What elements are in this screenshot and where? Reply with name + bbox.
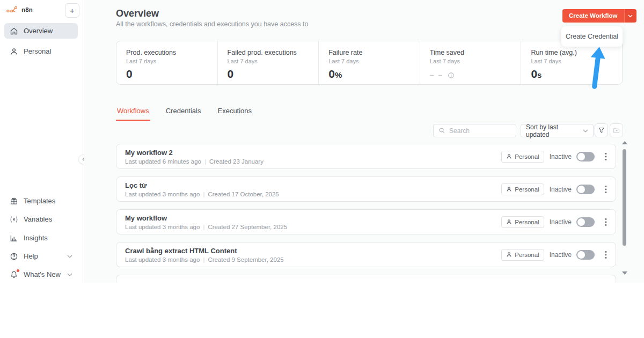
create-credential-menu-item[interactable]: Create Credential <box>566 33 618 40</box>
workflow-meta: Last updated 3 months ago|Created 27 Sep… <box>125 224 287 230</box>
workflow-meta: Last updated 6 minutes ago|Created 23 Ja… <box>125 158 264 165</box>
workflow-card[interactable]: Crawl bằng extract HTML Content Last upd… <box>116 242 616 267</box>
create-workflow-caret-button[interactable] <box>624 9 636 23</box>
add-folder-button[interactable] <box>610 123 623 137</box>
sidebar-item-variables[interactable]: Variables <box>4 211 78 227</box>
owner-label: Personal <box>515 153 539 160</box>
workflow-name: My workflow <box>125 214 287 222</box>
workflow-card[interactable]: Lọc từ Last updated 3 months ago|Created… <box>116 177 616 202</box>
create-menu-dropdown: Create Credential <box>561 26 623 47</box>
sidebar-item-insights[interactable]: Insights <box>4 230 78 246</box>
workflow-meta: Last updated 3 months ago|Created 17 Oct… <box>125 191 279 197</box>
chevron-down-icon <box>583 129 588 133</box>
workflow-card-partial[interactable] <box>116 275 616 283</box>
workflow-actions: Personal Inactive <box>501 249 607 261</box>
scrollbar-up-arrow[interactable] <box>622 141 627 144</box>
chevron-down-icon <box>628 14 633 18</box>
owner-label: Personal <box>515 219 539 225</box>
add-workflow-button[interactable]: + <box>65 3 79 18</box>
owner-label: Personal <box>515 252 539 258</box>
info-icon[interactable] <box>448 72 455 79</box>
status-label: Inactive <box>550 251 572 259</box>
chevron-down-icon <box>67 273 72 276</box>
stat-value: 0 <box>126 68 208 80</box>
variables-icon <box>10 215 18 224</box>
stat-title: Prod. executions <box>126 49 208 56</box>
sidebar-item-label: Help <box>24 252 38 260</box>
main-content: Overview All the workflows, credentials … <box>84 0 644 283</box>
sort-label: Sort by last updated <box>526 123 583 138</box>
workflow-info: Lọc từ Last updated 3 months ago|Created… <box>125 181 279 197</box>
owner-label: Personal <box>515 186 539 193</box>
stats-panel: Prod. executions Last 7 days 0 Failed pr… <box>116 41 623 85</box>
owner-badge: Personal <box>501 216 544 228</box>
kebab-icon <box>605 152 607 161</box>
page-subtitle: All the workflows, credentials and execu… <box>116 20 309 28</box>
workflow-menu-button[interactable] <box>605 251 607 259</box>
active-toggle[interactable] <box>576 217 595 227</box>
sidebar-item-label: Overview <box>24 27 53 35</box>
workflow-card[interactable]: My workflow 2 Last updated 6 minutes ago… <box>116 144 616 169</box>
create-workflow-button[interactable]: Create Workflow <box>562 9 624 23</box>
stat-value: – – <box>430 71 511 79</box>
sidebar-item-overview[interactable]: Overview <box>4 23 78 39</box>
status-label: Inactive <box>550 186 572 193</box>
user-icon <box>506 252 512 258</box>
sidebar-item-label: Templates <box>24 197 55 205</box>
workflow-card[interactable]: My workflow Last updated 3 months ago|Cr… <box>116 209 616 234</box>
status-label: Inactive <box>550 153 572 160</box>
stat-title: Failed prod. executions <box>228 49 309 56</box>
brand-name: n8n <box>21 6 33 13</box>
templates-icon <box>10 197 18 205</box>
workflow-actions: Personal Inactive <box>501 183 607 195</box>
sort-dropdown[interactable]: Sort by last updated <box>521 124 594 137</box>
annotation-arrow-up <box>585 45 609 90</box>
stat-period: Last 7 days <box>126 58 208 64</box>
home-icon <box>10 27 18 35</box>
create-workflow-split-button: Create Workflow <box>562 9 636 23</box>
stat-period: Last 7 days <box>430 58 511 64</box>
kebab-icon <box>605 251 607 259</box>
search-box <box>433 124 516 137</box>
toggle-knob <box>577 251 585 259</box>
owner-badge: Personal <box>501 151 544 163</box>
stat-prod-executions: Prod. executions Last 7 days 0 <box>116 41 217 84</box>
n8n-logo-icon <box>6 5 18 14</box>
filter-button[interactable] <box>595 123 608 137</box>
help-icon <box>10 252 18 261</box>
active-toggle[interactable] <box>576 185 595 194</box>
sidebar-item-personal[interactable]: Personal <box>4 43 78 59</box>
workflow-menu-button[interactable] <box>605 218 607 226</box>
kebab-icon <box>605 218 607 226</box>
sidebar-item-templates[interactable]: Templates <box>4 193 78 209</box>
workflow-menu-button[interactable] <box>605 152 607 161</box>
tab-workflows[interactable]: Workflows <box>116 106 150 121</box>
stat-value: 0% <box>328 68 410 80</box>
stat-failure-rate: Failure rate Last 7 days 0% <box>318 41 420 84</box>
tab-credentials[interactable]: Credentials <box>165 106 202 121</box>
toggle-knob <box>577 153 585 160</box>
n8n-logo: n8n <box>6 5 33 14</box>
sidebar-item-help[interactable]: Help <box>4 248 78 264</box>
toggle-knob <box>577 186 585 193</box>
search-input[interactable] <box>449 127 503 135</box>
insights-icon <box>10 234 18 243</box>
workflow-info: My workflow 2 Last updated 6 minutes ago… <box>125 149 264 165</box>
owner-badge: Personal <box>501 249 544 261</box>
stat-time-saved: Time saved Last 7 days – – <box>420 41 521 84</box>
notification-dot <box>17 269 19 272</box>
kebab-icon <box>605 185 607 194</box>
bell-icon <box>10 270 18 279</box>
scrollbar-down-arrow[interactable] <box>622 271 627 275</box>
active-toggle[interactable] <box>576 152 595 161</box>
user-icon <box>506 219 512 225</box>
workflow-actions: Personal Inactive <box>501 216 607 228</box>
tab-executions[interactable]: Executions <box>216 106 253 121</box>
stat-period: Last 7 days <box>328 58 410 64</box>
active-toggle[interactable] <box>576 250 595 260</box>
scrollbar-thumb[interactable] <box>623 149 626 246</box>
workflow-info: Crawl bằng extract HTML Content Last upd… <box>125 247 284 263</box>
sidebar-item-whats-new[interactable]: What's New <box>4 267 78 282</box>
status-label: Inactive <box>550 218 572 226</box>
workflow-menu-button[interactable] <box>605 185 607 194</box>
